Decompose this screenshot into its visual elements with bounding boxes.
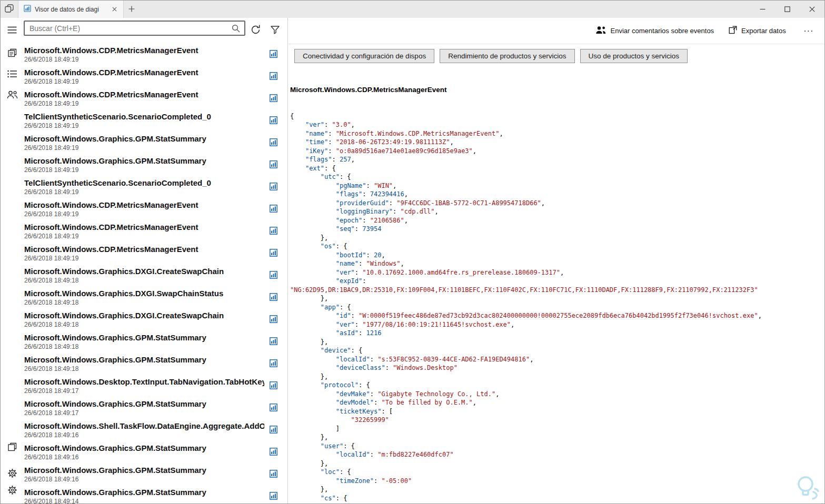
event-list-item[interactable]: Microsoft.Windows.Graphics.GPM.StatSumma… <box>24 486 287 503</box>
feedback-people-icon[interactable] <box>6 89 18 100</box>
tab-title: Visor de datos de diagi <box>35 6 106 13</box>
tag-product-usage[interactable]: Uso de productos y servicios <box>580 49 688 63</box>
bar-chart-icon <box>270 249 277 259</box>
bar-chart-icon <box>270 183 277 193</box>
event-list-item[interactable]: Microsoft.Windows.Graphics.GPM.StatSumma… <box>24 441 287 463</box>
bar-chart-icon <box>270 470 277 480</box>
event-list-item[interactable]: Microsoft.Windows.Graphics.GPM.StatSumma… <box>24 154 287 176</box>
event-title: Microsoft.Windows.CDP.MetricsManagerEven… <box>290 86 824 95</box>
tabs-overview-icon <box>5 4 14 15</box>
bar-chart-icon <box>270 293 277 303</box>
tag-connectivity-configuration[interactable]: Conectividad y configuración de dispos <box>294 49 434 63</box>
bar-chart-icon <box>270 72 277 82</box>
settings-gear-icon[interactable] <box>6 467 18 479</box>
event-name: TelClientSyntheticScenario.ScenarioCompl… <box>24 112 264 122</box>
tag-product-performance[interactable]: Rendimiento de productos y servicios <box>440 49 574 63</box>
event-list: Microsoft.Windows.CDP.MetricsManagerEven… <box>24 44 287 503</box>
close-button[interactable] <box>800 1 824 18</box>
app-window: Visor de datos de diagi <box>0 0 825 504</box>
close-icon <box>809 5 815 14</box>
event-name: Microsoft.Windows.Graphics.GPM.StatSumma… <box>24 332 264 342</box>
event-list-item[interactable]: Microsoft.Windows.Graphics.DXGI.CreateSw… <box>24 309 287 331</box>
event-list-item[interactable]: Microsoft.Windows.CDP.MetricsManagerEven… <box>24 220 287 243</box>
event-name: Microsoft.Windows.CDP.MetricsManagerEven… <box>24 222 264 232</box>
event-date: 26/6/2018 18:49:16 <box>24 475 264 483</box>
event-list-item[interactable]: Microsoft.Windows.Shell.TaskFlow.DataEng… <box>24 419 287 441</box>
maximize-icon <box>784 5 790 14</box>
send-feedback-button[interactable]: Enviar comentarios sobre eventos <box>595 26 714 36</box>
more-button[interactable]: ... <box>801 24 817 38</box>
event-list-item[interactable]: Microsoft.Windows.Graphics.DXGI.SwapChai… <box>24 287 287 309</box>
event-date: 26/6/2018 18:49:19 <box>24 254 264 263</box>
event-name: Microsoft.Windows.Shell.TaskFlow.DataEng… <box>24 421 264 431</box>
event-list-item[interactable]: Microsoft.Windows.Graphics.GPM.StatSumma… <box>24 132 287 154</box>
event-name: Microsoft.Windows.CDP.MetricsManagerEven… <box>24 200 264 210</box>
event-name: Microsoft.Windows.Graphics.GPM.StatSumma… <box>24 156 264 166</box>
event-date: 26/6/2018 18:49:17 <box>24 409 264 417</box>
code-line: }, <box>290 459 824 468</box>
event-list-item[interactable]: TelClientSyntheticScenario.ScenarioCompl… <box>24 176 287 198</box>
code-line: "ver": "3.0", <box>290 120 824 129</box>
code-line: "seq": 73954 <box>290 225 824 234</box>
filter-funnel-icon <box>270 25 280 36</box>
titlebar-drag-region <box>140 1 750 18</box>
search-icon[interactable] <box>232 24 244 33</box>
tabs-overview-button[interactable] <box>1 1 18 18</box>
code-line: "protocol": { <box>290 381 824 390</box>
bar-chart-icon <box>270 448 277 458</box>
event-date: 26/6/2018 18:49:18 <box>24 320 264 329</box>
event-name: Microsoft.Windows.Graphics.GPM.StatSumma… <box>24 134 264 144</box>
diagnostic-events-icon[interactable] <box>6 47 18 58</box>
code-line: ] <box>290 425 824 434</box>
tab-diagnostic-viewer[interactable]: Visor de datos de diagi <box>18 1 124 18</box>
code-line: "loc": { <box>290 468 824 477</box>
event-list-item[interactable]: Microsoft.Windows.Graphics.DXGI.CreateSw… <box>24 265 287 287</box>
event-list-item[interactable]: Microsoft.Windows.Graphics.GPM.StatSumma… <box>24 353 287 375</box>
refresh-button[interactable] <box>247 22 264 39</box>
event-name: Microsoft.Windows.Graphics.DXGI.CreateSw… <box>24 310 264 320</box>
bar-chart-icon <box>270 404 277 414</box>
event-list-item[interactable]: Microsoft.Windows.Desktop.TextInput.TabN… <box>24 375 287 397</box>
bar-chart-icon <box>270 359 277 369</box>
problem-reports-icon[interactable] <box>6 68 18 79</box>
tab-close-icon[interactable] <box>110 5 119 14</box>
send-feedback-label: Enviar comentarios sobre eventos <box>611 27 714 35</box>
copy-pages-icon[interactable] <box>6 441 18 452</box>
event-list-item[interactable]: Microsoft.Windows.Graphics.GPM.StatSumma… <box>24 397 287 419</box>
search-box[interactable] <box>24 21 245 36</box>
event-date: 26/6/2018 18:49:18 <box>24 342 264 351</box>
event-date: 26/6/2018 18:49:18 <box>24 298 264 307</box>
event-list-item[interactable]: Microsoft.Windows.CDP.MetricsManagerEven… <box>24 243 287 265</box>
event-date: 26/6/2018 18:49:17 <box>24 387 264 395</box>
feedback-people-icon <box>595 26 607 36</box>
event-date: 26/6/2018 18:49:19 <box>24 188 264 196</box>
code-line: "iKey": "o:0a89d516ae714e01ae89c96d185e9… <box>290 147 824 156</box>
code-line: "device": { <box>290 346 824 355</box>
code-line: "os": { <box>290 242 824 251</box>
event-list-item[interactable]: Microsoft.Windows.CDP.MetricsManagerEven… <box>24 198 287 220</box>
settings-gear-icon-2[interactable] <box>6 484 18 496</box>
new-tab-button[interactable] <box>124 1 140 18</box>
minimize-button[interactable] <box>750 1 775 18</box>
code-line: "flags": 742394416, <box>290 190 824 199</box>
event-list-item[interactable]: Microsoft.Windows.Graphics.GPM.StatSumma… <box>24 331 287 353</box>
event-date: 26/6/2018 18:49:16 <box>24 431 264 439</box>
event-list-item[interactable]: TelClientSyntheticScenario.ScenarioCompl… <box>24 110 287 132</box>
bar-chart-icon <box>270 337 277 347</box>
export-data-button[interactable]: Exportar datos <box>729 26 786 36</box>
event-name: Microsoft.Windows.CDP.MetricsManagerEven… <box>24 45 264 55</box>
json-code-block: { "ver": "3.0", "name": "Microsoft.Windo… <box>290 112 824 504</box>
event-list-item[interactable]: Microsoft.Windows.CDP.MetricsManagerEven… <box>24 66 287 88</box>
filter-button[interactable] <box>266 22 283 39</box>
event-date: 26/6/2018 18:49:19 <box>24 210 264 218</box>
code-line: "localId": "s:53F8C952-0839-44CE-AD62-FA… <box>290 355 824 364</box>
maximize-button[interactable] <box>775 1 800 18</box>
event-list-item[interactable]: Microsoft.Windows.Graphics.GPM.StatSumma… <box>24 463 287 486</box>
event-list-item[interactable]: Microsoft.Windows.CDP.MetricsManagerEven… <box>24 88 287 110</box>
code-line: "cs": { <box>290 494 824 503</box>
code-line: "name": "Microsoft.Windows.CDP.MetricsMa… <box>290 129 824 138</box>
bar-chart-icon <box>270 116 277 126</box>
event-list-item[interactable]: Microsoft.Windows.CDP.MetricsManagerEven… <box>24 44 287 66</box>
menu-button[interactable] <box>5 24 19 37</box>
search-input[interactable] <box>25 24 232 33</box>
